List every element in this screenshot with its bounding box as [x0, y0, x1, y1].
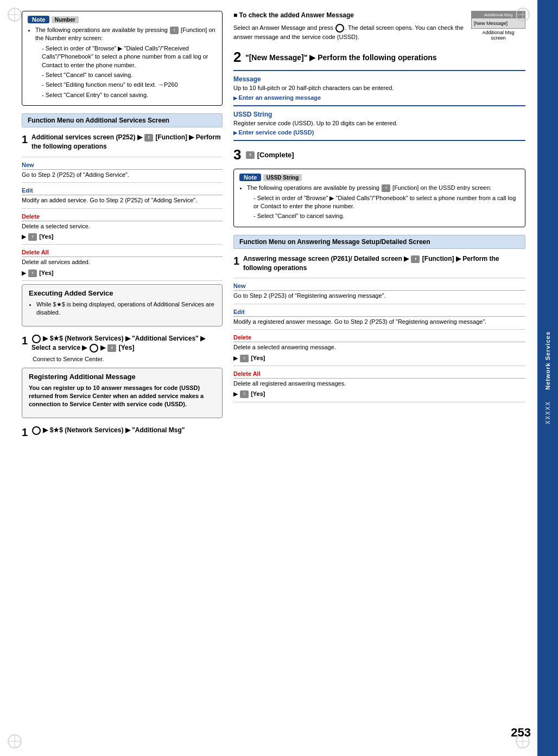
ussd-body: Register service code (USSD). Up to 20 d… — [233, 119, 525, 127]
to-check-text: Select an Answer Message and press . The… — [233, 23, 466, 42]
register-step1: 1 ▶ $★$ (Network Services) ▶ "Additional… — [22, 426, 223, 439]
right-tab: Network Services XXXXX — [537, 0, 558, 756]
to-check-block: ■ To check the added Answer Message Sele… — [233, 11, 525, 41]
register-step1-num: 1 — [22, 426, 31, 439]
section-divider-ussd — [233, 140, 525, 141]
ans-cat-delete: Delete — [233, 334, 525, 342]
section-divider-2 — [233, 70, 525, 71]
register-step1-text: ▶ $★$ (Network Services) ▶ "Additional M… — [31, 426, 223, 435]
circle-btn-3 — [32, 426, 41, 435]
executing-title: Executing Added Service — [29, 289, 215, 297]
circle-btn-2 — [90, 344, 98, 353]
cat-delete-all-action: ▶ f [Yes] — [22, 269, 223, 277]
divider-ans-1 — [233, 278, 525, 278]
divider-ans-2 — [233, 304, 525, 304]
note-sub-item-4: Select "Cancel Entry" to cancel saving. — [42, 91, 217, 99]
step1-number: 1 — [22, 133, 31, 146]
right-column: ■ To check the added Answer Message Sele… — [233, 11, 525, 745]
cat-delete: Delete — [22, 213, 223, 221]
func-icon-ans-delall: f — [240, 390, 249, 398]
ussd-section: USSD String Register service code (USSD)… — [233, 111, 525, 136]
ans-cat-delete-all-action: ▶ f [Yes] — [233, 390, 525, 398]
ans-cat-edit-body: Modify a registered answer message. Go t… — [233, 318, 525, 326]
executing-step1-line: 1 ▶ $★$ (Network Services) ▶ "Additional… — [22, 334, 223, 353]
divider-ans-4 — [233, 366, 525, 366]
cat-delete-all: Delete All — [22, 249, 223, 257]
executing-box: Executing Added Service While $★$ is bei… — [22, 284, 223, 326]
tab-label: Network Services — [544, 331, 551, 390]
circle-btn-1 — [32, 335, 41, 343]
message-title: Message — [233, 75, 525, 83]
note-sub-list: Select in order of "Browse" ▶ "Dialed Ca… — [35, 44, 217, 99]
page: Note Number The following operations are… — [0, 0, 558, 756]
note-item-1: The following operations are available b… — [35, 26, 217, 43]
cat-delete-all-body: Delete all services added. — [22, 258, 223, 266]
step3-text: f [Complete] — [245, 151, 294, 159]
section-divider-msg — [233, 105, 525, 106]
ans-cat-delete-all: Delete All — [233, 370, 525, 379]
step2-number: 2 — [233, 49, 245, 66]
ussd-title: USSD String — [233, 111, 525, 118]
divider-4 — [22, 244, 223, 245]
ans-cat-new-body: Go to Step 2 (P253) of "Registering answ… — [233, 292, 525, 300]
function-icon: f — [170, 27, 179, 34]
cat-edit: Edit — [22, 187, 223, 195]
step1-content: 1 Additional services screen (P252) ▶ f … — [22, 133, 223, 151]
func-icon-exec: f — [107, 344, 116, 352]
note-sub-item-3: Select "Editing function menu" to edit t… — [42, 81, 217, 89]
answering-step1-num: 1 — [233, 254, 243, 267]
note-list: The following operations are available b… — [28, 26, 217, 99]
step3-line: 3 f [Complete] — [233, 146, 525, 163]
cat-delete-action: ▶ f [Yes] — [22, 233, 223, 241]
func-icon-ans-del: f — [240, 355, 249, 362]
func-icon-delall: f — [28, 270, 37, 277]
note-box-ussd: Note USSD String The following operation… — [233, 169, 525, 227]
tab-x: XXXXX — [545, 401, 551, 424]
ans-cat-new: New — [233, 283, 525, 291]
cat-delete-body: Delete a selected service. — [22, 222, 223, 230]
function-menu-header: Function Menu on Additional Services Scr… — [22, 113, 223, 127]
executing-step1-num: 1 — [22, 334, 31, 347]
func-icon-del: f — [28, 233, 37, 241]
register-title: Registering Additional Message — [29, 373, 215, 381]
cat-new-body: Go to Step 2 (P252) of "Adding Service". — [22, 171, 223, 179]
step1-text: Additional services screen (P252) ▶ f [F… — [31, 133, 223, 151]
divider-2 — [22, 182, 223, 183]
step3-number: 3 — [233, 146, 245, 163]
answering-step1-line: 1 Answering message screen (P261)/ Detai… — [233, 254, 525, 273]
func-icon-ans: f — [411, 255, 420, 263]
note2-sub-list: Select in order of "Browse" ▶ "Dialed Ca… — [247, 194, 519, 221]
func-icon-3: f — [246, 151, 255, 159]
left-column: Note Number The following operations are… — [22, 11, 223, 745]
note2-item-1: The following operations are available b… — [247, 184, 519, 192]
ans-cat-delete-all-body: Delete all registered answering messages… — [233, 380, 525, 388]
note-sub-item-1: Select in order of "Browse" ▶ "Dialed Ca… — [42, 44, 217, 69]
step2-line: 2 "[New Message]" ▶ Perform the followin… — [233, 49, 525, 66]
divider-5 — [22, 280, 223, 281]
message-enter: Enter an answering message — [233, 94, 525, 101]
to-check-left: ■ To check the added Answer Message Sele… — [233, 11, 466, 41]
circle-btn-check — [335, 24, 344, 33]
ussd-enter: Enter service code (USSD) — [233, 129, 525, 136]
corner-decoration-bl — [7, 733, 23, 749]
cat-new: New — [22, 162, 223, 170]
ans-cat-delete-body: Delete a selected answering message. — [233, 343, 525, 351]
executing-bullet-item: While $★$ is being displayed, operations… — [36, 300, 215, 317]
divider-1 — [22, 157, 223, 157]
note-box-number: Note Number The following operations are… — [22, 11, 223, 106]
divider-ans-3 — [233, 329, 525, 330]
func-icon-n2: f — [382, 184, 390, 192]
to-check-header: ■ To check the added Answer Message — [233, 11, 466, 20]
register-intro: You can register up to 10 answer message… — [29, 384, 215, 409]
divider-3 — [22, 208, 223, 209]
answering-step1: 1 Answering message screen (P261)/ Detai… — [233, 254, 525, 273]
screen-caption: Additional Msgscreen — [471, 30, 525, 41]
ans-cat-delete-action: ▶ f [Yes] — [233, 354, 525, 362]
note-title: Note — [28, 16, 49, 23]
note2-list: The following operations are available b… — [239, 184, 519, 221]
func-icon-1: f — [144, 134, 153, 142]
cat-edit-body: Modify an added service. Go to Step 2 (P… — [22, 196, 223, 204]
executing-connect: Connect to Service Center. — [33, 356, 223, 362]
select-service-text: Select a service — [31, 344, 80, 351]
note2-sub-2: Select "Cancel" to cancel saving. — [253, 212, 519, 220]
